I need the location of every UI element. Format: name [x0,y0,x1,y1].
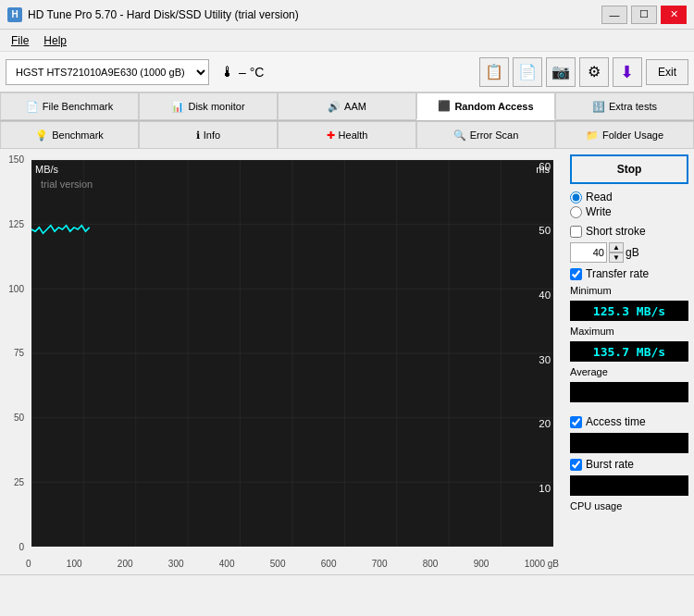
camera-icon[interactable]: 📷 [546,57,576,87]
minimum-value: 125.3 MB/s [570,301,688,321]
short-stroke-checkbox[interactable] [570,226,582,238]
help-menu[interactable]: Help [36,32,74,49]
x-label-400: 400 [219,559,235,569]
tab-benchmark[interactable]: 💡 Benchmark [0,121,139,149]
read-label: Read [586,191,613,203]
tab-extra-tests[interactable]: 🔢 Extra tests [555,92,694,120]
x-label-0: 0 [26,559,31,569]
burst-rate-checkbox[interactable] [570,459,582,471]
write-label: Write [586,205,612,218]
svg-text:60: 60 [539,160,551,172]
read-radio[interactable] [570,191,582,203]
read-write-group: Read Write [570,189,688,220]
write-option: Write [570,205,688,218]
exit-button[interactable]: Exit [646,59,688,85]
maximize-button[interactable]: ☐ [631,6,657,24]
y-label-25: 25 [14,477,24,487]
tab-info[interactable]: ℹ Info [139,121,278,149]
x-label-100: 100 [67,559,82,569]
tab-random-access[interactable]: ⬛ Random Access [416,92,555,120]
download-icon[interactable]: ⬇ [613,57,642,87]
svg-text:50: 50 [539,224,551,236]
x-label-1000: 1000 gB [525,559,559,569]
y-label-50: 50 [14,413,24,423]
svg-text:20: 20 [539,417,551,429]
menu-bar: File Help [0,30,694,52]
y-label-75: 75 [14,348,24,358]
info-icon: ℹ [196,129,200,142]
status-text [6,579,8,590]
short-stroke-row: Short stroke [570,225,688,238]
file-menu[interactable]: File [4,32,36,49]
access-time-row: Access time [570,415,688,428]
cpu-usage-label: CPU usage [570,500,688,511]
stop-button[interactable]: Stop [570,154,688,184]
y-label-125: 125 [8,219,24,229]
burst-rate-value [570,475,688,496]
x-label-800: 800 [423,559,439,569]
access-time-label: Access time [586,415,646,428]
x-label-600: 600 [321,559,337,569]
x-label-700: 700 [372,559,388,569]
y-label-150: 150 [8,154,24,165]
copy-icon[interactable]: 📋 [479,57,509,87]
minimum-label: Minimum [570,285,688,296]
svg-text:30: 30 [539,353,551,365]
y-label-100: 100 [8,284,24,294]
chart-area: MB/s ms trial version [31,160,553,547]
average-label: Average [570,366,688,377]
benchmark-icon: 💡 [35,129,48,142]
spin-buttons: ▲ ▼ [609,242,624,263]
y-label-0: 0 [19,542,24,552]
x-label-300: 300 [168,559,184,569]
window-title: HD Tune Pro 5.70 - Hard Disk/SSD Utility… [28,8,601,21]
transfer-rate-label: Transfer rate [586,267,649,280]
close-button[interactable]: ✕ [661,6,687,24]
tab-disk-monitor[interactable]: 📊 Disk monitor [139,92,278,120]
minimize-button[interactable]: — [601,6,627,24]
svg-text:40: 40 [539,289,551,301]
access-time-value [570,433,688,453]
error-scan-icon: 🔍 [453,129,466,142]
access-time-checkbox[interactable] [570,416,582,428]
short-stroke-input[interactable] [570,242,607,263]
app-icon: H [7,7,22,22]
settings-icon[interactable]: ⚙ [579,57,609,87]
read-option: Read [570,191,688,203]
transfer-rate-row: Transfer rate [570,267,688,280]
maximum-label: Maximum [570,326,688,337]
x-label-900: 900 [474,559,490,569]
aam-icon: 🔊 [328,101,341,113]
temperature-display: 🌡 – °C [213,64,271,80]
average-value [570,382,688,402]
health-icon: ✚ [327,129,335,142]
spin-up-button[interactable]: ▲ [609,242,624,253]
burst-rate-row: Burst rate [570,458,688,471]
transfer-rate-checkbox[interactable] [570,268,582,280]
tab-error-scan[interactable]: 🔍 Error Scan [416,121,555,149]
short-stroke-label: Short stroke [586,225,646,238]
status-bar [0,574,694,593]
main-content: 150 125 100 75 50 25 0 MB/s ms trial ver… [0,149,694,574]
x-label-200: 200 [118,559,133,569]
window-controls: — ☐ ✕ [601,6,687,24]
write-radio[interactable] [570,206,582,218]
short-stroke-value-row: ▲ ▼ gB [570,242,688,263]
random-access-icon: ⬛ [438,100,451,112]
title-bar: H HD Tune Pro 5.70 - Hard Disk/SSD Utili… [0,0,694,30]
maximum-value: 135.7 MB/s [570,341,688,362]
tab-folder-usage[interactable]: 📁 Folder Usage [555,121,694,149]
short-stroke-unit: gB [626,246,639,259]
spin-down-button[interactable]: ▼ [609,253,624,263]
tabs-row-2: 💡 Benchmark ℹ Info ✚ Health 🔍 Error Scan… [0,121,694,149]
file-benchmark-icon: 📄 [26,101,39,113]
page-icon[interactable]: 📄 [513,57,542,87]
x-label-500: 500 [270,559,286,569]
thermometer-icon: 🌡 [220,64,235,80]
drive-select[interactable]: HGST HTS721010A9E630 (1000 gB) [6,59,209,85]
tab-aam[interactable]: 🔊 AAM [278,92,416,120]
extra-tests-icon: 🔢 [592,101,605,113]
tab-health[interactable]: ✚ Health [278,121,416,149]
disk-monitor-icon: 📊 [171,101,184,113]
tab-file-benchmark[interactable]: 📄 File Benchmark [0,92,139,120]
